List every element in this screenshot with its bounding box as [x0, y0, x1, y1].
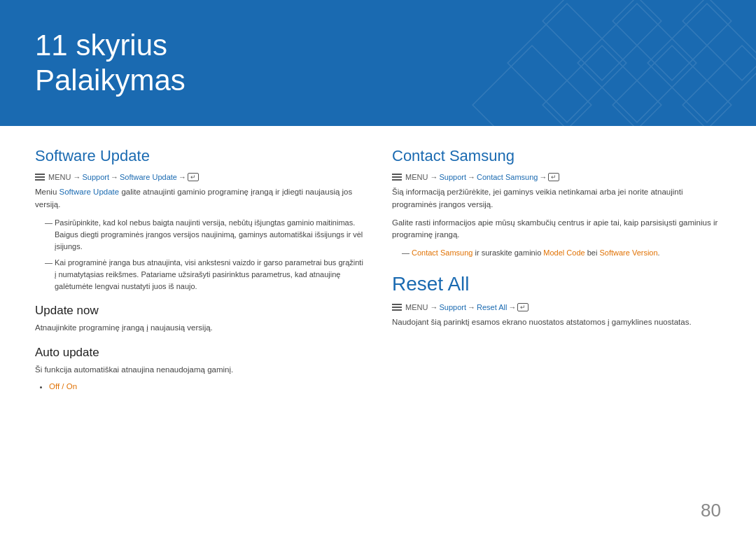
sw-update-inline: Software Update [59, 188, 120, 196]
contact-samsung-bullet: Contact Samsung ir suraskite gaminio Mod… [403, 247, 721, 259]
right-column: Contact Samsung MENU → Support → Contact… [392, 147, 721, 391]
menu-icon [35, 172, 45, 182]
contact-samsung-text2: Galite rasti informacijos apie mūsų skam… [392, 217, 721, 242]
chapter-line: 11 skyrius [35, 28, 186, 63]
contact-samsung-inline: Contact Samsung [412, 248, 472, 257]
page-number: 80 [701, 500, 721, 521]
update-now-text: Atnaujinkite programinę įrangą į naujaus… [35, 322, 364, 335]
bullet-item-2: Kai programinė įranga bus atnaujinta, vi… [46, 257, 364, 293]
auto-update-text: Ši funkcija automatiškai atnaujina nenau… [35, 364, 364, 377]
software-update-title: Software Update [35, 147, 364, 165]
svg-rect-0 [542, 0, 662, 80]
left-column: Software Update MENU → Support → Softwar… [35, 147, 364, 391]
svg-rect-10 [35, 174, 45, 175]
menu-text-ra: MENU → [405, 303, 438, 311]
main-content: Software Update MENU → Support → Softwar… [0, 126, 756, 405]
enter-icon-ra: ↵ [517, 303, 528, 311]
support-link-cs: Support [439, 173, 466, 181]
bullet-item-1: Pasirūpinkite, kad kol nebus baigta nauj… [46, 217, 364, 253]
menu-icon-ra [392, 302, 402, 312]
contact-samsung-section: Contact Samsung MENU → Support → Contact… [392, 147, 721, 259]
software-update-intro: Meniu Software Update galite atnaujinti … [35, 186, 364, 211]
page-header: 11 skyrius Palaikymas [0, 0, 756, 126]
svg-rect-13 [392, 174, 402, 175]
svg-rect-2 [578, 3, 696, 122]
off-on-text: Off / On [49, 382, 77, 391]
update-now-title: Update now [35, 304, 364, 318]
enter-icon-cs: ↵ [548, 173, 559, 181]
auto-update-title: Auto update [35, 346, 364, 360]
reset-all-menu-path: MENU → Support → Reset All → ↵ [392, 302, 721, 312]
contact-samsung-menu-path: MENU → Support → Contact Samsung → ↵ [392, 172, 721, 182]
svg-rect-11 [35, 176, 45, 178]
support-link: Support [82, 173, 109, 181]
svg-rect-15 [392, 179, 402, 181]
header-title: 11 skyrius Palaikymas [35, 28, 186, 99]
svg-rect-16 [392, 304, 402, 305]
svg-rect-14 [392, 176, 402, 178]
svg-rect-5 [542, 45, 662, 126]
svg-rect-18 [392, 309, 402, 311]
contact-samsung-link: Contact Samsung [477, 173, 538, 181]
svg-rect-6 [612, 45, 732, 126]
contact-samsung-title: Contact Samsung [392, 147, 721, 165]
title-line: Palaikymas [35, 63, 186, 98]
svg-rect-1 [612, 0, 732, 80]
auto-update-bullets: Off / On [35, 382, 364, 391]
menu-text: MENU → [48, 173, 80, 181]
auto-update-section: Auto update Ši funkcija automatiškai atn… [35, 346, 364, 391]
software-update-menu-path: MENU → Support → Software Update → ↵ [35, 172, 364, 182]
software-update-link: Software Update [120, 173, 177, 181]
svg-rect-17 [392, 307, 402, 308]
svg-rect-3 [648, 3, 756, 122]
reset-all-link: Reset All [477, 303, 507, 311]
reset-all-text: Naudojant šią parinktį esamos ekrano nuo… [392, 316, 721, 329]
contact-samsung-bullets: Contact Samsung ir suraskite gaminio Mod… [392, 247, 721, 259]
contact-samsung-text1: Šią informaciją peržiūrėkite, jei gaminy… [392, 186, 721, 211]
software-update-section: Software Update MENU → Support → Softwar… [35, 147, 364, 293]
software-update-bullets: Pasirūpinkite, kad kol nebus baigta nauj… [35, 217, 364, 293]
reset-all-title: Reset All [392, 273, 721, 295]
reset-all-section: Reset All MENU → Support → Reset All → ↵… [392, 273, 721, 329]
model-code-inline: Model Code [543, 248, 584, 257]
svg-rect-4 [507, 3, 626, 122]
enter-icon-sw: ↵ [188, 173, 199, 181]
menu-icon-cs [392, 172, 402, 182]
update-now-section: Update now Atnaujinkite programinę įrang… [35, 304, 364, 335]
svg-rect-8 [472, 45, 592, 126]
software-version-inline: Software Version [599, 248, 657, 257]
support-link-ra: Support [439, 303, 466, 311]
menu-text-cs: MENU → [405, 173, 438, 181]
svg-rect-12 [35, 179, 45, 181]
off-on-bullet: Off / On [49, 382, 364, 391]
